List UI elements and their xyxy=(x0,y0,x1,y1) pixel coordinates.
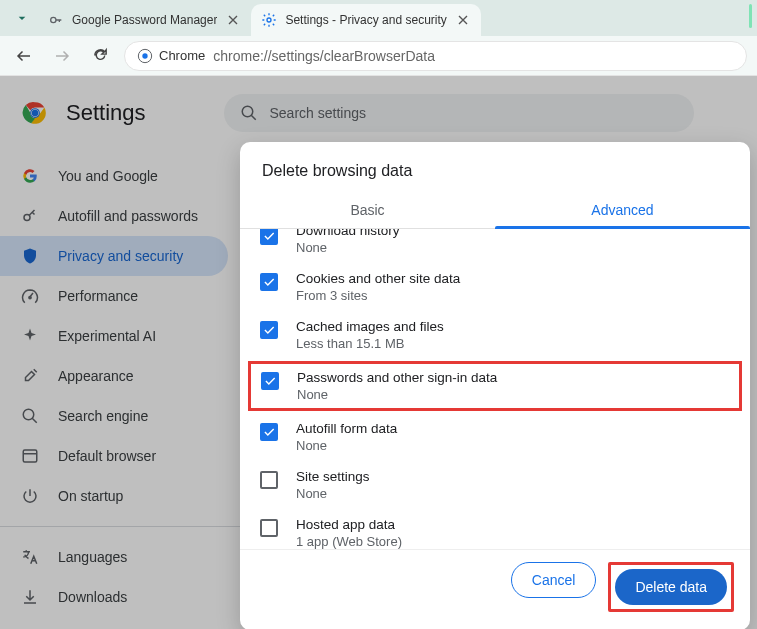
tab-advanced[interactable]: Advanced xyxy=(495,190,750,228)
browser-tab-bar: Google Password Manager Settings - Priva… xyxy=(0,0,757,36)
svg-point-1 xyxy=(267,18,271,22)
checkbox[interactable] xyxy=(260,423,278,441)
checklist-subtitle: 1 app (Web Store) xyxy=(296,534,402,549)
arrow-right-icon xyxy=(53,47,71,65)
arrow-left-icon xyxy=(15,47,33,65)
checkmark-icon xyxy=(262,425,276,439)
delete-browsing-data-dialog: Delete browsing data Basic Advanced Down… xyxy=(240,142,750,629)
checklist-row-passwords: Passwords and other sign-in dataNone xyxy=(248,361,742,411)
checkbox[interactable] xyxy=(260,273,278,291)
checklist-title: Site settings xyxy=(296,469,370,484)
checklist-subtitle: None xyxy=(296,240,400,255)
dialog-tabs: Basic Advanced xyxy=(240,190,750,229)
close-icon[interactable] xyxy=(455,12,471,28)
checklist-subtitle: None xyxy=(296,486,370,501)
checklist-row-download-history: Download historyNone xyxy=(240,231,750,263)
checklist-row-autofill: Autofill form dataNone xyxy=(240,413,750,461)
checklist-row-cached: Cached images and filesLess than 15.1 MB xyxy=(240,311,750,359)
tab-title: Google Password Manager xyxy=(72,13,217,27)
dialog-checklist[interactable]: Download historyNone Cookies and other s… xyxy=(240,229,750,549)
checkmark-icon xyxy=(262,275,276,289)
address-bar[interactable]: Chrome chrome://settings/clearBrowserDat… xyxy=(124,41,747,71)
browser-tab[interactable]: Settings - Privacy and security xyxy=(251,4,480,36)
tab-title: Settings - Privacy and security xyxy=(285,13,446,27)
window-edge-indicator xyxy=(749,4,752,28)
checklist-subtitle: From 3 sites xyxy=(296,288,460,303)
checkmark-icon xyxy=(262,229,276,243)
back-button[interactable] xyxy=(10,42,38,70)
checklist-title: Hosted app data xyxy=(296,517,402,532)
settings-favicon xyxy=(261,12,277,28)
checklist-title: Passwords and other sign-in data xyxy=(297,370,497,385)
browser-toolbar: Chrome chrome://settings/clearBrowserDat… xyxy=(0,36,757,76)
checkbox[interactable] xyxy=(260,229,278,245)
browser-tab[interactable]: Google Password Manager xyxy=(38,4,251,36)
omnibox-url: chrome://settings/clearBrowserData xyxy=(213,48,435,64)
password-manager-favicon xyxy=(48,12,64,28)
checklist-subtitle: Less than 15.1 MB xyxy=(296,336,444,351)
highlight-annotation: Delete data xyxy=(608,562,734,612)
checklist-title: Autofill form data xyxy=(296,421,397,436)
checkbox[interactable] xyxy=(261,372,279,390)
dialog-footer: Cancel Delete data xyxy=(240,549,750,629)
reload-icon xyxy=(92,47,109,64)
close-icon[interactable] xyxy=(225,12,241,28)
svg-point-3 xyxy=(142,53,147,58)
omnibox-chip: Chrome xyxy=(137,48,205,64)
checkmark-icon xyxy=(263,374,277,388)
checklist-title: Cookies and other site data xyxy=(296,271,460,286)
chrome-icon xyxy=(137,48,153,64)
checkbox[interactable] xyxy=(260,519,278,537)
checklist-subtitle: None xyxy=(296,438,397,453)
checklist-title: Cached images and files xyxy=(296,319,444,334)
reload-button[interactable] xyxy=(86,42,114,70)
checklist-title: Download history xyxy=(296,229,400,238)
chevron-down-icon xyxy=(14,10,30,26)
svg-point-0 xyxy=(51,17,56,22)
checkmark-icon xyxy=(262,323,276,337)
delete-data-button[interactable]: Delete data xyxy=(615,569,727,605)
checkbox[interactable] xyxy=(260,321,278,339)
checklist-row-site-settings: Site settingsNone xyxy=(240,461,750,509)
checkbox[interactable] xyxy=(260,471,278,489)
dialog-title: Delete browsing data xyxy=(240,142,750,190)
omnibox-chip-label: Chrome xyxy=(159,48,205,63)
forward-button[interactable] xyxy=(48,42,76,70)
tab-basic[interactable]: Basic xyxy=(240,190,495,228)
checklist-row-cookies: Cookies and other site dataFrom 3 sites xyxy=(240,263,750,311)
checklist-row-hosted-app: Hosted app data1 app (Web Store) xyxy=(240,509,750,549)
tab-search-dropdown[interactable] xyxy=(8,4,36,32)
checklist-subtitle: None xyxy=(297,387,497,402)
cancel-button[interactable]: Cancel xyxy=(511,562,597,598)
